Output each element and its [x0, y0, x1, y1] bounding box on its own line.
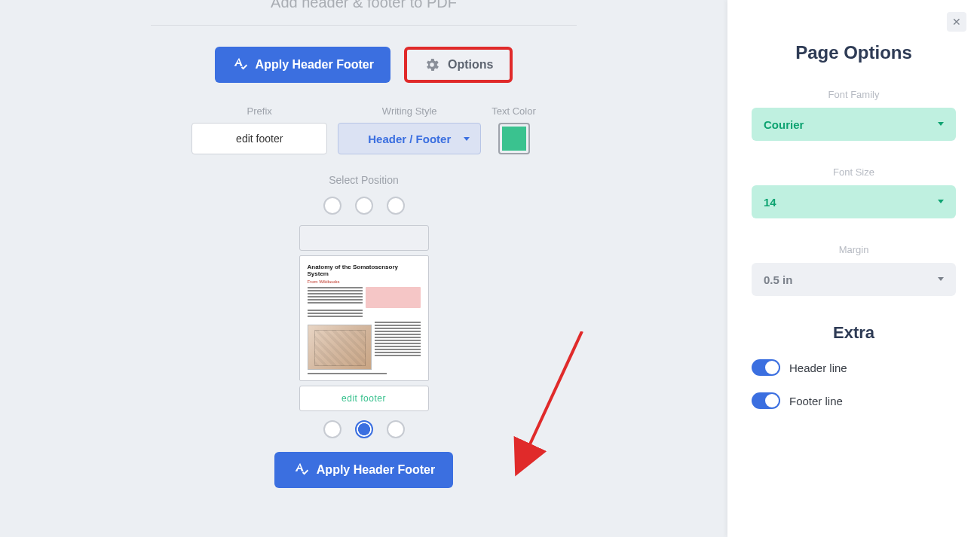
preview-footer-slot[interactable]: edit footer [299, 386, 429, 411]
doc-illustration [308, 325, 372, 370]
close-icon[interactable]: ✕ [947, 12, 966, 32]
writing-style-label: Writing Style [382, 105, 437, 117]
divider [151, 25, 577, 26]
position-bottom-center[interactable] [355, 420, 373, 438]
page-preview: Anatomy of the Somatosensory System From… [299, 225, 429, 411]
footer-line-toggle[interactable] [752, 392, 780, 409]
sidebar-title: Page Options [752, 42, 956, 63]
apply-tab-label: Apply Header Footer [256, 58, 374, 72]
margin-value: 0.5 in [764, 273, 792, 286]
select-position-label: Select Position [0, 174, 727, 186]
extra-section-title: Extra [752, 323, 956, 343]
preview-footer-text: edit footer [341, 393, 386, 404]
apply-header-footer-button[interactable]: Apply Header Footer [274, 452, 453, 488]
page-title: Add header & footer to PDF [0, 0, 727, 11]
preview-header-slot[interactable] [299, 225, 429, 251]
page-options-panel: ✕ Page Options Font Family Courier Font … [727, 0, 980, 537]
prefix-input[interactable] [191, 123, 327, 154]
prefix-label: Prefix [247, 105, 272, 117]
font-family-select[interactable]: Courier [752, 108, 956, 141]
font-size-select[interactable]: 14 [752, 185, 956, 218]
gears-icon [424, 56, 440, 73]
position-top-left[interactable] [323, 197, 341, 215]
footer-line-label: Footer line [789, 395, 843, 407]
margin-select[interactable]: 0.5 in [752, 263, 956, 296]
annotation-arrow [513, 331, 603, 482]
apply-header-footer-tab[interactable]: Apply Header Footer [215, 47, 390, 83]
font-size-value: 14 [764, 196, 776, 209]
header-line-toggle[interactable] [752, 359, 780, 376]
spellcheck-icon [292, 462, 309, 478]
svg-line-0 [520, 331, 582, 465]
text-color-label: Text Color [492, 105, 536, 117]
doc-subtitle: From Wikibooks [308, 279, 421, 284]
position-top-center[interactable] [355, 197, 373, 215]
text-color-swatch [502, 127, 526, 151]
doc-callout [366, 287, 421, 308]
position-bottom-left[interactable] [323, 420, 341, 438]
position-top-right[interactable] [387, 197, 405, 215]
margin-label: Margin [752, 244, 956, 255]
options-tab[interactable]: Options [404, 47, 513, 83]
spellcheck-icon [231, 56, 248, 73]
font-family-label: Font Family [752, 89, 956, 100]
font-size-label: Font Size [752, 166, 956, 178]
doc-heading: Anatomy of the Somatosensory System [308, 264, 421, 277]
text-color-picker[interactable] [498, 123, 530, 154]
position-bottom-right[interactable] [387, 420, 405, 438]
apply-button-label: Apply Header Footer [317, 463, 435, 477]
writing-style-select[interactable]: Header / Footer [338, 123, 481, 154]
header-line-label: Header line [789, 362, 847, 374]
options-tab-label: Options [448, 58, 493, 72]
preview-document: Anatomy of the Somatosensory System From… [299, 255, 429, 381]
font-family-value: Courier [764, 118, 804, 131]
writing-style-value: Header / Footer [368, 133, 451, 145]
